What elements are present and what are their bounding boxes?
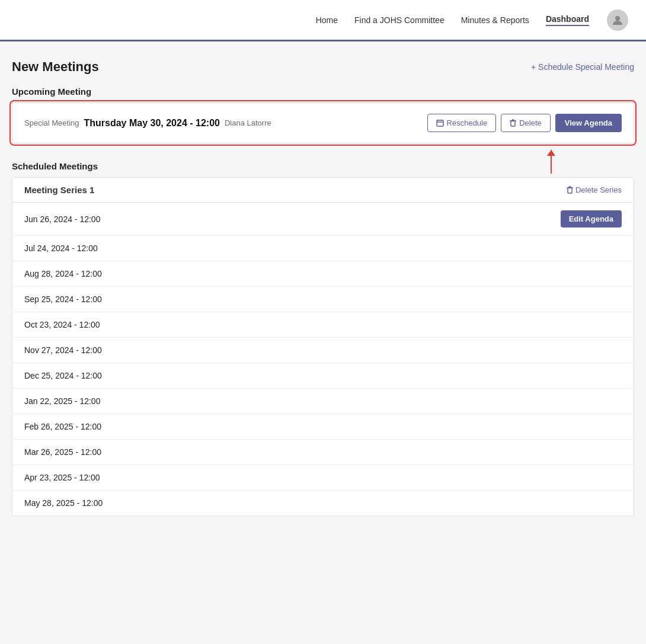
meeting-row: Feb 26, 2025 - 12:00 bbox=[12, 414, 634, 440]
page-header: New Meetings + Schedule Special Meeting bbox=[12, 59, 634, 75]
schedule-special-meeting-link[interactable]: + Schedule Special Meeting bbox=[531, 62, 634, 72]
svg-rect-10 bbox=[568, 188, 572, 193]
main-nav: Home Find a JOHS Committee Minutes & Rep… bbox=[316, 14, 589, 26]
meeting-row: Aug 28, 2024 - 12:00 bbox=[12, 261, 634, 287]
meeting-person: Diana Latorre bbox=[225, 118, 271, 127]
delete-series-button[interactable]: Delete Series bbox=[567, 185, 622, 194]
meeting-date: Feb 26, 2025 - 12:00 bbox=[24, 422, 101, 431]
upcoming-meeting-card: Special Meeting Thursday May 30, 2024 - … bbox=[12, 102, 634, 143]
meeting-date: Dec 25, 2024 - 12:00 bbox=[24, 371, 102, 380]
meeting-row: Jan 22, 2025 - 12:00 bbox=[12, 389, 634, 414]
edit-agenda-button[interactable]: Edit Agenda bbox=[561, 210, 622, 228]
meeting-row: Mar 26, 2025 - 12:00 bbox=[12, 440, 634, 465]
nav-dashboard[interactable]: Dashboard bbox=[546, 14, 589, 26]
scheduled-meetings-container: Meeting Series 1 Delete Series Jun 26, 2… bbox=[12, 177, 634, 516]
meeting-date: Oct 23, 2024 - 12:00 bbox=[24, 320, 100, 329]
meeting-date: Jun 26, 2024 - 12:00 bbox=[24, 214, 100, 224]
meeting-date: Mar 26, 2025 - 12:00 bbox=[24, 447, 101, 457]
meetings-list: Jun 26, 2024 - 12:00Edit AgendaJul 24, 2… bbox=[12, 203, 634, 515]
meeting-row: Apr 23, 2025 - 12:00 bbox=[12, 465, 634, 491]
arrow-line bbox=[551, 150, 552, 174]
svg-rect-5 bbox=[511, 121, 515, 126]
nav-find-committee[interactable]: Find a JOHS Committee bbox=[354, 15, 444, 25]
main-content: New Meetings + Schedule Special Meeting … bbox=[0, 41, 646, 534]
nav-minutes-reports[interactable]: Minutes & Reports bbox=[461, 15, 529, 25]
delete-series-label: Delete Series bbox=[575, 185, 622, 194]
user-avatar[interactable] bbox=[607, 9, 628, 31]
upcoming-meeting-actions: Reschedule Delete View Agenda bbox=[427, 114, 622, 132]
upcoming-section-title: Upcoming Meeting bbox=[12, 86, 634, 97]
page-title: New Meetings bbox=[12, 59, 99, 75]
meeting-date: Jul 24, 2024 - 12:00 bbox=[24, 243, 98, 253]
meeting-row: Jul 24, 2024 - 12:00 bbox=[12, 236, 634, 261]
trash-series-icon bbox=[567, 186, 573, 194]
svg-rect-1 bbox=[437, 120, 443, 126]
scheduled-section: Scheduled Meetings Meeting Series 1 Dele… bbox=[12, 161, 634, 516]
meeting-row: Jun 26, 2024 - 12:00Edit Agenda bbox=[12, 203, 634, 236]
meeting-row: Sep 25, 2024 - 12:00 bbox=[12, 287, 634, 312]
series-header-row: Meeting Series 1 Delete Series bbox=[12, 178, 634, 203]
trash-icon bbox=[510, 119, 516, 127]
reschedule-label: Reschedule bbox=[447, 118, 488, 127]
svg-point-0 bbox=[615, 16, 620, 21]
site-header: Home Find a JOHS Committee Minutes & Rep… bbox=[0, 0, 646, 41]
meeting-date: Jan 22, 2025 - 12:00 bbox=[24, 396, 100, 406]
upcoming-meeting-info: Special Meeting Thursday May 30, 2024 - … bbox=[24, 118, 271, 129]
meeting-row: May 28, 2025 - 12:00 bbox=[12, 491, 634, 515]
meeting-date: Sep 25, 2024 - 12:00 bbox=[24, 294, 102, 304]
nav-home[interactable]: Home bbox=[316, 15, 338, 25]
special-meeting-label: Special Meeting bbox=[24, 118, 79, 127]
view-agenda-button[interactable]: View Agenda bbox=[555, 114, 622, 132]
meeting-date: May 28, 2025 - 12:00 bbox=[24, 498, 103, 508]
reschedule-button[interactable]: Reschedule bbox=[427, 114, 497, 132]
upcoming-section: Upcoming Meeting Special Meeting Thursda… bbox=[12, 86, 634, 143]
meeting-row: Oct 23, 2024 - 12:00 bbox=[12, 312, 634, 338]
meeting-datetime: Thursday May 30, 2024 - 12:00 bbox=[84, 118, 220, 129]
meeting-date: Apr 23, 2025 - 12:00 bbox=[24, 473, 100, 482]
delete-button[interactable]: Delete bbox=[501, 114, 551, 132]
calendar-icon bbox=[436, 119, 444, 127]
meeting-date: Aug 28, 2024 - 12:00 bbox=[24, 269, 102, 278]
meeting-row: Dec 25, 2024 - 12:00 bbox=[12, 363, 634, 389]
meeting-row: Nov 27, 2024 - 12:00 bbox=[12, 338, 634, 363]
delete-label: Delete bbox=[519, 118, 542, 127]
scheduled-section-title: Scheduled Meetings bbox=[12, 161, 634, 171]
view-agenda-label: View Agenda bbox=[565, 118, 612, 127]
series-title: Meeting Series 1 bbox=[24, 185, 94, 195]
meeting-date: Nov 27, 2024 - 12:00 bbox=[24, 345, 102, 355]
